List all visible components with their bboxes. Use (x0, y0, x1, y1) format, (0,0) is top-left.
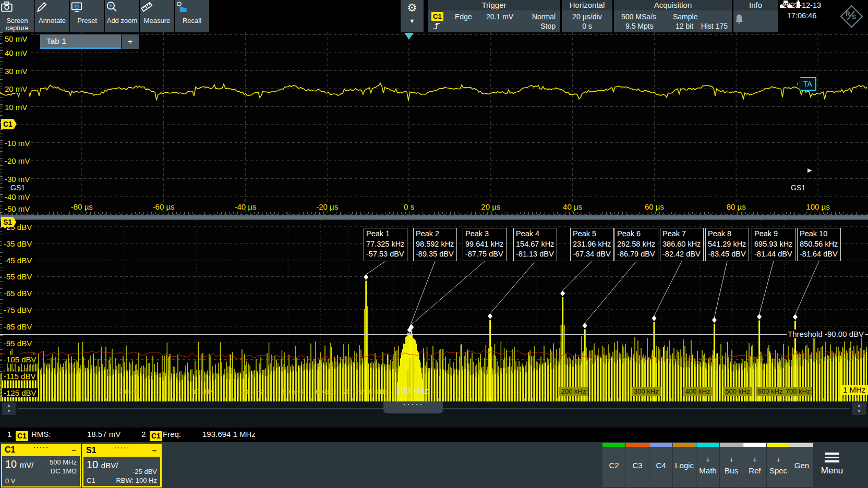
signal-button-c4[interactable]: C4 (649, 443, 672, 487)
signal-button-c2[interactable]: C2 (602, 443, 625, 487)
signal-button-ref[interactable]: +Ref (743, 443, 766, 487)
screen-capture-button[interactable]: Screen capture (0, 0, 34, 32)
signal-button-math[interactable]: +Math (696, 443, 719, 487)
gear-icon: ⚙ (401, 0, 424, 16)
peak-marker-diamond (757, 314, 762, 320)
bandwidth: 500 MHz (50, 458, 77, 466)
x-axis-time-label: 60 µs (645, 202, 664, 211)
splitter-drag-handle[interactable]: ····· (383, 401, 443, 413)
dbv-axis-label: -115 dBV (2, 372, 37, 381)
measurement-value: 18.57 mV (87, 430, 120, 438)
acquisition-state: Stop (540, 22, 556, 30)
peak-callout: Peak 298.592 kHz-89.35 dBV (413, 228, 457, 261)
scroll-arrows-left[interactable]: ▲ ▼ (2, 402, 16, 415)
hamburger-icon (815, 443, 849, 462)
x-axis-time-label: 20 µs (481, 202, 500, 211)
trigger-level: 20.1 mV (486, 13, 513, 21)
peak-level: -86.79 dBV (617, 249, 656, 260)
signal-button-spec[interactable]: +Spec (767, 443, 790, 487)
settings-cluster[interactable]: ⚙ ▼ (401, 0, 424, 32)
recall-button[interactable]: Recall (175, 0, 209, 32)
spectrum-s1-panel[interactable]: S1 ····· – 10 dBV/ -25 dBV C1 RBW: 100 H… (82, 444, 162, 487)
bottom-splitter: ▲ ▼ ▲ ▼ ····· (0, 401, 868, 428)
plot-splitter[interactable] (0, 215, 868, 220)
signal-button-logic[interactable]: Logic (673, 443, 696, 487)
menu-button[interactable]: Menu (815, 443, 849, 487)
signal-button-c3[interactable]: C3 (626, 443, 649, 487)
peak-frequency: 541.29 kHz (708, 239, 746, 250)
add-tab-button[interactable]: + (122, 34, 139, 49)
add-zoom-button[interactable]: Add zoom (105, 0, 139, 32)
tab-1[interactable]: Tab 1 (40, 34, 121, 49)
channel-c1-flag[interactable]: C1 (1, 119, 17, 129)
frequency-axis-chip: 600 kHz (756, 387, 785, 396)
peak-marker-diamond (560, 290, 565, 296)
peak-callout: Peak 7386.60 kHz-82.42 dBV (660, 228, 704, 261)
frequency-axis-chip: 300 kHz (632, 387, 661, 396)
frequency-axis-label: 20 kHz (119, 388, 140, 396)
y-axis-label: 30 mV (3, 66, 29, 75)
dbv-axis-label: -65 dBV (2, 289, 33, 298)
signal-button-label: Bus (720, 466, 743, 475)
trigger-panel[interactable]: Trigger C1 Edge 20.1 mV Normal Stop (428, 0, 560, 32)
signal-button-label: Logic (673, 461, 696, 470)
peak-label: Peak 7 (662, 229, 701, 239)
channel-color-strip (649, 443, 672, 447)
trigger-panel-title: Trigger (428, 0, 560, 10)
preset-button[interactable]: Preset (70, 0, 104, 32)
horizontal-panel[interactable]: Horizontal 20 µs/div 0 s (562, 0, 612, 32)
peak-marker-diamond (793, 314, 798, 320)
history-count: Hist 175 (701, 22, 728, 30)
trigger-source-badge: C1 (431, 12, 443, 21)
signal-button-label: Spec (767, 466, 790, 475)
trigger-type: Edge (455, 13, 472, 21)
acquisition-mode: Sample (673, 13, 697, 21)
dbv-axis-label: -85 dBV (2, 322, 33, 331)
arrow-down-icon: ▼ (852, 408, 866, 414)
signal-button-label: C2 (602, 461, 625, 470)
scroll-arrows-right[interactable]: ▲ ▼ (852, 402, 866, 415)
coupling: DC 1MΩ (51, 467, 77, 475)
signal-button-label: Math (696, 466, 719, 475)
peak-callout: Peak 399.641 kHz-87.75 dBV (463, 228, 507, 261)
signal-button-bus[interactable]: +Bus (720, 443, 743, 487)
frequency-axis-label: 70 kHz (343, 388, 364, 396)
channel-color-strip (743, 443, 766, 447)
minimize-button[interactable]: – (72, 445, 76, 454)
trigger-annotation-badge[interactable]: TA (797, 77, 816, 91)
x-axis-time-label: 80 µs (727, 202, 746, 211)
spectrum-s1-flag[interactable]: S1 (1, 217, 16, 227)
frequency-axis-label: 30 kHz (191, 388, 212, 396)
peak-callout: Peak 10850.56 kHz-81.64 dBV (797, 228, 841, 261)
channel-c1-panel[interactable]: C1 ····· – 10 mV/ 500 MHz DC 1MΩ 0 V (1, 444, 81, 487)
minimize-button[interactable]: – (152, 446, 156, 455)
peak-level: -83.45 dBV (708, 249, 746, 260)
y-axis-label: -30 mV (3, 174, 31, 183)
measurement-results-row: 1 C1 RMS: 18.57 mV 2 C1 Freq: 193.694 1 … (0, 428, 868, 442)
peak-level: -81.44 dBV (754, 249, 793, 260)
peak-frequency: 850.56 kHz (800, 239, 838, 250)
y-axis-label: 10 mV (3, 102, 29, 111)
peak-frequency: 77.325 kHz (366, 239, 405, 250)
dbv-axis-label: -95 dBV (2, 338, 33, 347)
x-axis-time-label: 40 µs (563, 202, 582, 211)
signal-button-gen[interactable]: Gen (790, 443, 813, 487)
peak-label: Peak 3 (465, 229, 504, 239)
info-panel[interactable]: Info (733, 0, 778, 32)
waveform-plot-area[interactable]: 50 mV40 mV30 mV20 mV10 mV-10 mV-20 mV-30… (0, 32, 868, 215)
spectrum-plot-area[interactable]: -25 dBV-35 dBV-45 dBV-55 dBV-65 dBV-75 d… (0, 220, 868, 401)
arrow-up-icon: ▲ (2, 402, 16, 408)
peak-label: Peak 2 (416, 229, 454, 239)
horizontal-panel-title: Horizontal (562, 0, 612, 10)
x-axis-time-label: -40 µs (234, 202, 256, 211)
annotate-button[interactable]: Annotate (35, 0, 69, 32)
drag-dots: ····· (33, 442, 49, 451)
acquisition-panel[interactable]: Acquisition 500 MSa/s Sample 9.5 Mpts 12… (614, 0, 732, 32)
trigger-position-marker[interactable] (404, 33, 414, 40)
channel-name: S1 (86, 446, 97, 455)
peak-marker-diamond (488, 313, 492, 319)
bottom-tick-ruler (0, 212, 868, 214)
sample-rate: 500 MSa/s (621, 13, 656, 21)
measurement-index: 2 (141, 430, 146, 438)
measure-button[interactable]: Measure (140, 0, 174, 32)
